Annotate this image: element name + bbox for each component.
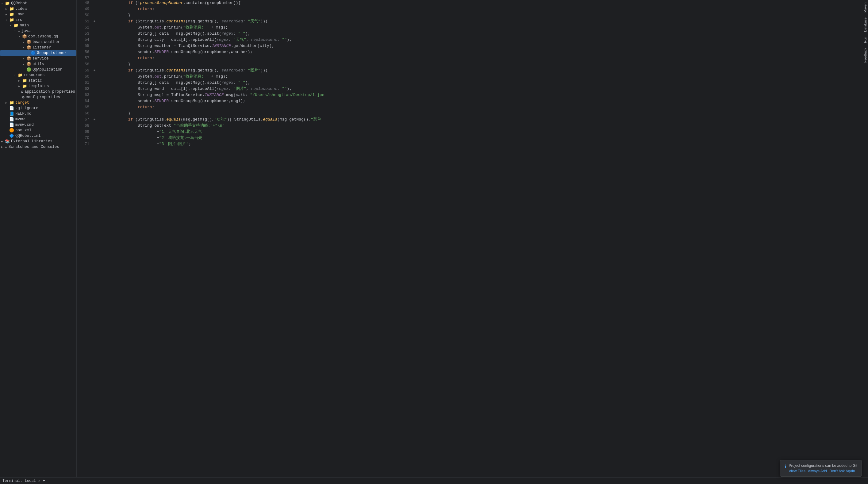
fold-marker bbox=[92, 135, 97, 141]
code-token-str: "当前助手支持功能:"+"\n" bbox=[174, 123, 224, 129]
feedback-tool[interactable]: Feedback bbox=[863, 46, 868, 65]
tree-icon-props: ⚙️ bbox=[21, 89, 23, 94]
fold-marker[interactable]: ◆ bbox=[92, 67, 97, 73]
tree-arrow[interactable]: ▶ bbox=[1, 140, 5, 143]
tree-arrow[interactable]: ▶ bbox=[5, 101, 9, 104]
code-token-plain: ; bbox=[152, 55, 155, 61]
code-token-plain: )){ bbox=[260, 67, 268, 73]
tree-label: static bbox=[28, 79, 42, 83]
sidebar-item-main[interactable]: ▾📁main bbox=[0, 23, 76, 28]
tree-label: conf.properties bbox=[26, 95, 60, 99]
sidebar-item-mvnw-cmd[interactable]: 📄mvnw.cmd bbox=[0, 122, 76, 128]
tree-icon-folder: 📁 bbox=[22, 78, 27, 83]
code-token-hint: regex: bbox=[217, 37, 234, 43]
tree-arrow[interactable]: ▶ bbox=[5, 13, 9, 16]
fold-marker[interactable]: ◆ bbox=[92, 19, 97, 25]
terminal-mode[interactable]: Local bbox=[25, 479, 36, 483]
code-token-plain: String weather = TianQiService. bbox=[99, 43, 212, 49]
code-token-plain: sender. bbox=[99, 98, 154, 104]
code-line: if (StringUtils.contains(msg.getMsg(), s… bbox=[99, 19, 868, 25]
sidebar-item-scratches[interactable]: ▶✏️Scratches and Consoles bbox=[0, 144, 76, 150]
sidebar-item-QQRobot-iml[interactable]: 🔷QQRobot.iml bbox=[0, 133, 76, 139]
tree-arrow[interactable]: ▶ bbox=[5, 7, 9, 11]
database-tool[interactable]: Database bbox=[863, 15, 868, 34]
code-token-str: "/Users/shengtian/Desktop/1.jpe bbox=[250, 92, 324, 98]
tree-arrow[interactable]: ▾ bbox=[14, 29, 18, 33]
sidebar-item-utils[interactable]: ▶📦utils bbox=[0, 61, 76, 67]
sidebar-item-target[interactable]: ▶📁target bbox=[0, 100, 76, 105]
view-files-link[interactable]: View Files bbox=[789, 469, 805, 473]
sidebar-item-mvn[interactable]: ▶📁.mvn bbox=[0, 12, 76, 17]
line-number: 50 bbox=[77, 12, 89, 19]
tree-arrow[interactable]: ▾ bbox=[14, 73, 18, 77]
tree-arrow[interactable]: ▾ bbox=[5, 19, 9, 22]
line-number: 66 bbox=[77, 111, 89, 117]
sidebar-item-resources[interactable]: ▾📁resources bbox=[0, 72, 76, 78]
sidebar-item-external-libraries[interactable]: ▶📚External Libraries bbox=[0, 139, 76, 144]
sidebar-item-conf-properties[interactable]: ⚙️conf.properties bbox=[0, 94, 76, 100]
code-line: String city = data[1].replaceAll(regex: … bbox=[99, 37, 868, 43]
sidebar-item-listener[interactable]: ▾📦listener bbox=[0, 45, 76, 50]
code-token-plain: (StringUtils. bbox=[133, 117, 166, 123]
sidebar-item-com-tysong-qq[interactable]: ▾📦com.tysong.qq bbox=[0, 34, 76, 39]
tree-icon-package: 📦 bbox=[26, 39, 31, 44]
maven-tool[interactable]: Maven bbox=[863, 0, 868, 15]
code-line: System.out.println("收到消息: " + msg); bbox=[99, 73, 868, 80]
line-number: 70 bbox=[77, 135, 89, 141]
tree-label: GroupListener bbox=[37, 51, 67, 55]
tree-arrow[interactable]: ▾ bbox=[10, 24, 13, 27]
fold-marker[interactable]: ◆ bbox=[92, 117, 97, 123]
fold-marker bbox=[92, 129, 97, 135]
tree-arrow[interactable]: ▶ bbox=[23, 40, 26, 44]
sidebar-item-HELP-md[interactable]: 📘HELP.md bbox=[0, 111, 76, 117]
run-tool[interactable]: Run bbox=[863, 34, 868, 46]
tree-arrow[interactable]: ▶ bbox=[1, 145, 5, 149]
tree-icon-folder: 📁 bbox=[18, 73, 23, 78]
code-token-plain bbox=[99, 55, 138, 61]
sidebar-item-static[interactable]: ▶📁static bbox=[0, 78, 76, 84]
tree-arrow[interactable]: ▶ bbox=[23, 63, 26, 66]
sidebar-item-idea[interactable]: ▶📁.idea bbox=[0, 6, 76, 12]
code-token-plain: sender. bbox=[99, 49, 154, 55]
tree-label: .gitignore bbox=[16, 106, 38, 111]
tree-arrow[interactable]: ▾ bbox=[19, 35, 22, 38]
sidebar-item-mvnw[interactable]: 📄mvnw bbox=[0, 117, 76, 122]
tree-label: External Libraries bbox=[11, 139, 53, 144]
sidebar-item--gitignore[interactable]: 📄.gitignore bbox=[0, 105, 76, 111]
tree-arrow[interactable]: ▶ bbox=[23, 57, 26, 60]
sidebar-item-qqrobot[interactable]: ▾📁QQRobot bbox=[0, 1, 76, 6]
tree-arrow[interactable]: ▾ bbox=[1, 2, 5, 5]
tree-arrow[interactable]: ▶ bbox=[19, 79, 22, 83]
tree-label: pom.xml bbox=[16, 128, 32, 132]
dont-ask-link[interactable]: Don't Ask Again bbox=[829, 469, 855, 473]
sidebar-item-bean-weather[interactable]: ▶📦bean.weather bbox=[0, 39, 76, 45]
sidebar-item-service[interactable]: ▶📦service bbox=[0, 56, 76, 61]
terminal-add[interactable]: + bbox=[43, 479, 45, 483]
tree-label: utils bbox=[32, 62, 44, 66]
code-token-plain: + msg); bbox=[209, 73, 227, 80]
sidebar-item-QQApplication[interactable]: 🟢QQApplication bbox=[0, 67, 76, 72]
line-number: 69 bbox=[77, 129, 89, 135]
terminal-close[interactable]: ✕ bbox=[38, 479, 40, 483]
sidebar-item-java[interactable]: ▾☕java bbox=[0, 28, 76, 34]
code-token-kw: if bbox=[128, 19, 133, 25]
sidebar-item-templates[interactable]: ▶📁templates bbox=[0, 84, 76, 89]
code-content[interactable]: if (!processGroupNumber.contains(groupNu… bbox=[97, 0, 868, 484]
fold-marker bbox=[92, 123, 97, 129]
fold-marker bbox=[92, 92, 97, 98]
code-token-kw: return bbox=[138, 55, 152, 61]
sidebar-item-pom-xml[interactable]: 🟠pom.xml bbox=[0, 128, 76, 133]
tree-label: .idea bbox=[16, 7, 27, 11]
sidebar-item-src[interactable]: ▾📁src bbox=[0, 17, 76, 23]
code-line: } bbox=[99, 61, 868, 67]
sidebar-item-GroupListener[interactable]: 🔵GroupListener bbox=[0, 50, 76, 56]
tree-icon-folder: 📁 bbox=[13, 23, 19, 28]
always-add-link[interactable]: Always Add bbox=[808, 469, 827, 473]
code-line: sender.SENDER.sendGroupMsg(groupNumber,m… bbox=[99, 98, 868, 104]
code-token-hint: replacement: bbox=[251, 86, 282, 92]
tree-arrow[interactable]: ▾ bbox=[23, 46, 26, 50]
tree-arrow[interactable]: ▶ bbox=[19, 85, 22, 88]
code-token-plain: String msg1 = TuPianService. bbox=[99, 92, 205, 98]
code-line: return; bbox=[99, 55, 868, 61]
sidebar-item-application-properties[interactable]: ⚙️application.properties bbox=[0, 89, 76, 94]
